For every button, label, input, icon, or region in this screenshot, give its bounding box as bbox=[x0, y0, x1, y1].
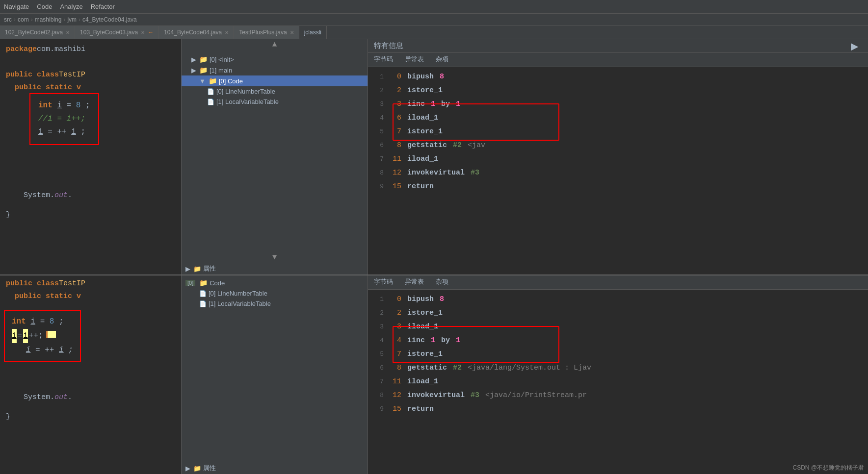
top-section: package com.mashibi public class TestIP … bbox=[0, 39, 868, 274]
popup-line-2: //i = i++; bbox=[38, 112, 90, 125]
method-line-bot: public static v bbox=[0, 290, 181, 303]
bc-bot-row-2: 2 2 istore_1 bbox=[368, 306, 868, 320]
tree-init[interactable]: ▶ 📁 [0] <init> bbox=[182, 54, 368, 65]
bc-row-7: 7 11 iload_1 bbox=[368, 152, 868, 166]
class-line-bot: public class TestIP bbox=[0, 277, 181, 290]
bytecode-area-bottom: 1 0 bipush 8 2 2 istore_1 3 3 iload_1 bbox=[368, 290, 868, 474]
prop-folder-icon-bot: 📁 bbox=[193, 465, 201, 472]
tab-bytecode-bot[interactable]: 字节码 bbox=[374, 277, 393, 287]
folder-icon-main: 📁 bbox=[199, 66, 208, 74]
properties-top: ▶ 📁 属性 bbox=[182, 263, 368, 274]
file-icon-local-bot: 📄 bbox=[199, 300, 207, 307]
tab-102-label: 102_ByteCode02.java bbox=[5, 29, 63, 36]
file-icon-line: 📄 bbox=[207, 88, 214, 95]
bc-bot-row-7: 7 11 iload_1 bbox=[368, 375, 868, 389]
left-code-top: package com.mashibi public class TestIP … bbox=[0, 39, 182, 274]
tree-localvar-bot[interactable]: 📄 [1] LocalVariableTable bbox=[182, 299, 368, 309]
tab-testiplusplus-label: TestIPlusPlus.java bbox=[239, 29, 287, 36]
tree-main[interactable]: ▶ 📁 [1] main bbox=[182, 65, 368, 75]
bc-row-8: 8 12 invokevirtual #3 bbox=[368, 166, 868, 180]
popup-line-3: i = ++ i ; bbox=[38, 125, 90, 139]
tab-jclasslib-label: jclassli bbox=[304, 29, 321, 36]
left-code-bottom: public class TestIP public static v int … bbox=[0, 275, 182, 474]
menu-navigate[interactable]: Navigate bbox=[4, 3, 29, 10]
folder-icon-code: 📁 bbox=[209, 77, 217, 85]
tree-linenumber[interactable]: 📄 [0] LineNumberTable bbox=[182, 86, 368, 97]
breadcrumb-src[interactable]: src bbox=[4, 16, 12, 23]
tab-misc-bot[interactable]: 杂项 bbox=[436, 277, 448, 287]
tree-localvariable[interactable]: 📄 [1] LocalVariableTable bbox=[182, 97, 368, 107]
tab-102[interactable]: 102_ByteCode02.java ✕ bbox=[0, 26, 75, 39]
tree-code-selected[interactable]: ▼ 📁 [0] Code bbox=[182, 75, 368, 86]
package-line: package com.mashibi bbox=[0, 43, 181, 56]
file-icon-line-bot: 📄 bbox=[199, 290, 207, 297]
system-out-top: System.out. bbox=[6, 191, 72, 200]
popup-code-top: int i = 8 ; //i = i++; i = ++ i ; bbox=[29, 93, 99, 145]
bc-bot-row-9: 9 15 return bbox=[368, 402, 868, 416]
bc-bot-row-6: 6 8 getstatic #2 <java/lang/System.out :… bbox=[368, 361, 868, 375]
tab-testiplusplus-close[interactable]: ✕ bbox=[290, 30, 294, 35]
bot-line-1: int i = 8 ; bbox=[12, 315, 73, 329]
tab-104-close[interactable]: ✕ bbox=[225, 30, 229, 35]
bc-bot-row-4: 4 4 iinc 1 by 1 bbox=[368, 334, 868, 348]
bc-row-1: 1 0 bipush 8 bbox=[368, 70, 868, 84]
app-root: Navigate Code Analyze Refactor src › com… bbox=[0, 0, 868, 474]
tab-104[interactable]: 104_ByteCode04.java ✕ bbox=[159, 26, 234, 39]
tab-103-label: 103_ByteCode03.java bbox=[80, 29, 138, 36]
tree-view-bottom: [0] 📁 Code 📄 [0] LineNumberTable 📄 [1] L… bbox=[182, 275, 368, 462]
menu-analyze[interactable]: Analyze bbox=[60, 3, 82, 10]
properties-bot: ▶ 📁 属性 bbox=[182, 462, 368, 474]
scroll-up-arrow[interactable]: ▲ bbox=[182, 39, 368, 50]
tab-103[interactable]: 103_ByteCode03.java ✕ ← bbox=[75, 26, 159, 39]
menu-bar: Navigate Code Analyze Refactor bbox=[0, 0, 868, 14]
bc-bot-row-5: 5 7 istore_1 bbox=[368, 348, 868, 361]
highlight-marker bbox=[46, 331, 56, 338]
prop-folder-icon: 📁 bbox=[193, 265, 201, 273]
tree-code-bot[interactable]: [0] 📁 Code bbox=[182, 277, 368, 288]
tree-panel-bottom: [0] 📁 Code 📄 [0] LineNumberTable 📄 [1] L… bbox=[182, 275, 368, 474]
bytecode-header-top: 特有信息 ▶ bbox=[368, 39, 868, 53]
bytecode-area-top: 1 0 bipush 8 2 2 istore_1 3 3 iinc 1 bbox=[368, 67, 868, 274]
bc-row-4: 4 6 iload_1 bbox=[368, 111, 868, 125]
breadcrumb-com[interactable]: com bbox=[18, 16, 29, 23]
tab-testiplusplus[interactable]: TestIPlusPlus.java ✕ bbox=[234, 26, 299, 39]
tab-bytecode-top[interactable]: 字节码 bbox=[374, 55, 393, 65]
right-arrow-icon[interactable]: ▶ bbox=[851, 40, 858, 52]
tree-panel-top: ▲ ▶ 📁 [0] <init> ▶ 📁 [1] main ▼ 📁 [0] Co… bbox=[182, 39, 368, 274]
bottom-section: public class TestIP public static v int … bbox=[0, 274, 868, 474]
file-tabs: 102_ByteCode02.java ✕ 103_ByteCode03.jav… bbox=[0, 25, 868, 39]
bc-bot-row-8: 8 12 invokevirtual #3 <java/io/PrintStre… bbox=[368, 389, 868, 402]
folder-icon-init: 📁 bbox=[199, 55, 208, 63]
bc-row-3: 3 3 iinc 1 by 1 bbox=[368, 98, 868, 111]
breadcrumb-file[interactable]: c4_ByteCode04.java bbox=[82, 16, 137, 23]
bc-row-2: 2 2 istore_1 bbox=[368, 84, 868, 98]
tab-exception-bot[interactable]: 异常表 bbox=[405, 277, 424, 287]
closing-brace-bot: } bbox=[6, 413, 10, 421]
scroll-down-arrow[interactable]: ▼ bbox=[182, 252, 368, 263]
menu-code[interactable]: Code bbox=[37, 3, 52, 10]
tree-linenumber-bot[interactable]: 📄 [0] LineNumberTable bbox=[182, 288, 368, 299]
tab-103-close[interactable]: ✕ bbox=[141, 30, 145, 35]
bytecode-tabs-top: 字节码 异常表 杂项 bbox=[368, 53, 868, 67]
bc-bot-row-1: 1 0 bipush 8 bbox=[368, 293, 868, 306]
bc-row-6: 6 8 getstatic #2 <jav bbox=[368, 139, 868, 152]
tab-104-label: 104_ByteCode04.java bbox=[164, 29, 222, 36]
system-out-bot: System.out. bbox=[6, 393, 72, 401]
bc-bot-row-3: 3 3 iload_1 bbox=[368, 320, 868, 334]
menu-refactor[interactable]: Refactor bbox=[91, 3, 115, 10]
popup-code-bottom: int i = 8 ; i = i ++; i = ++ bbox=[4, 310, 81, 362]
tab-exception-top[interactable]: 异常表 bbox=[405, 55, 424, 65]
file-icon-local: 📄 bbox=[207, 99, 214, 105]
bytecode-tabs-bottom: 字节码 异常表 杂项 bbox=[368, 275, 868, 290]
tab-103-arrow: ← bbox=[148, 29, 154, 36]
bot-line-2: i = i ++; bbox=[12, 329, 73, 343]
tab-jclasslib[interactable]: jclassli bbox=[299, 26, 327, 39]
tab-102-close[interactable]: ✕ bbox=[66, 30, 70, 35]
tab-misc-top[interactable]: 杂项 bbox=[436, 55, 448, 65]
bot-line-3: i = ++ i ; bbox=[12, 343, 73, 357]
breadcrumb-mashibing[interactable]: mashibing bbox=[35, 16, 62, 23]
folder-icon-code-bot: 📁 bbox=[199, 279, 208, 287]
breadcrumb-jvm[interactable]: jvm bbox=[67, 16, 77, 23]
breadcrumb: src › com › mashibing › jvm › c4_ByteCod… bbox=[0, 14, 868, 25]
bc-row-5: 5 7 istore_1 bbox=[368, 125, 868, 139]
